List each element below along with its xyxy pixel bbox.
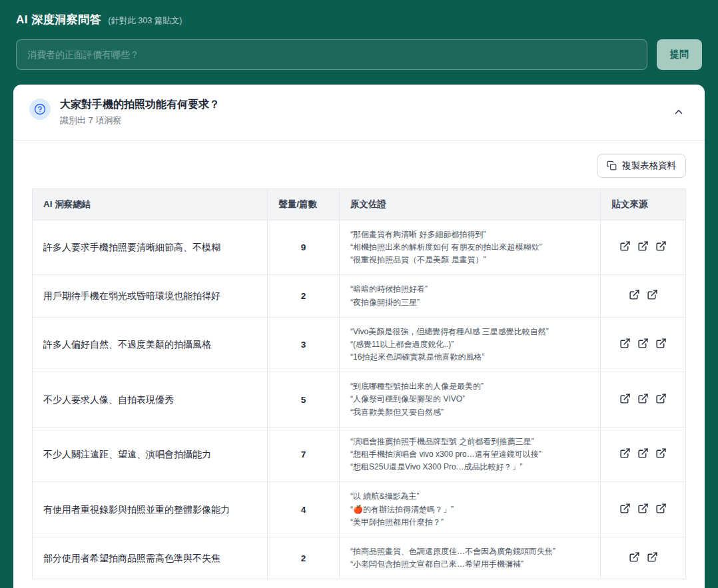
table-row: 不少人要求人像、自拍表現優秀5“到底哪種型號拍出來的人像是最美的”“人像祭司穩到… xyxy=(33,372,686,428)
insight-summary-cell: 部分使用者希望拍商品照需高色準與不失焦 xyxy=(33,537,268,579)
quote-line: “美甲師拍照都用什麼拍？” xyxy=(350,516,589,529)
post-source-link[interactable] xyxy=(619,338,631,349)
copy-row: 複製表格資料 xyxy=(32,154,686,178)
external-link-icon xyxy=(629,289,640,300)
sources-cell xyxy=(601,220,686,275)
volume-cell: 2 xyxy=(268,537,340,579)
copy-icon xyxy=(607,160,617,170)
post-source-link[interactable] xyxy=(655,503,667,514)
table-row: 不少人關注遠距、望遠、演唱會拍攝能力7“演唱會推薦拍照手機品牌型號 之前都看到推… xyxy=(33,427,686,482)
external-link-icon xyxy=(637,393,649,404)
quote-line: “想租手機拍演唱會 vivo x300 pro…還有望遠鏡可以接” xyxy=(350,448,589,461)
sources-cell xyxy=(601,482,686,537)
external-link-icon xyxy=(637,338,649,349)
table-row: 部分使用者希望拍商品照需高色準與不失焦2“拍商品照畫質、色調還原度佳…不會因為廣… xyxy=(33,537,686,579)
question-input[interactable] xyxy=(16,39,647,70)
quote-line: “很重視拍照品質（不是美顏 是畫質）” xyxy=(350,254,589,266)
chevron-up-icon xyxy=(673,106,685,118)
col-header-summary: AI 洞察總結 xyxy=(33,188,268,220)
insight-count-label: 識別出 7 項洞察 xyxy=(60,115,659,127)
sources-cell xyxy=(601,317,686,372)
sources-cell xyxy=(601,427,686,482)
quotes-cell: “拍商品照畫質、色調還原度佳…不會因為廣角鏡頭而失焦”“小老闆包含拍照文宣都自己… xyxy=(340,537,601,579)
external-link-icon xyxy=(619,503,631,514)
sources-cell xyxy=(601,537,686,579)
insight-table: AI 洞察總結 聲量/篇數 原文佐證 貼文來源 許多人要求手機拍照要清晰細節高、… xyxy=(32,188,686,580)
insight-table-head: AI 洞察總結 聲量/篇數 原文佐證 貼文來源 xyxy=(33,188,686,220)
insight-summary-cell: 不少人關注遠距、望遠、演唱會拍攝能力 xyxy=(33,427,268,482)
insight-summary-cell: 用戶期待手機在弱光或昏暗環境也能拍得好 xyxy=(33,275,268,317)
post-source-link[interactable] xyxy=(655,240,667,252)
insight-card-header[interactable]: 大家對手機的拍照功能有何要求？ 識別出 7 項洞察 xyxy=(13,85,705,141)
external-link-icon xyxy=(647,551,658,563)
external-link-icon xyxy=(619,240,631,252)
post-source-link[interactable] xyxy=(655,393,667,404)
sources-cell xyxy=(601,372,686,428)
copy-table-button[interactable]: 複製表格資料 xyxy=(597,154,686,178)
post-source-link[interactable] xyxy=(637,240,649,252)
insight-summary-cell: 有使用者重視錄影與拍照並重的整體影像能力 xyxy=(33,482,268,537)
post-source-link[interactable] xyxy=(655,447,667,459)
quote-line: “拍商品照畫質、色調還原度佳…不會因為廣角鏡頭而失焦” xyxy=(350,545,589,558)
quote-line: “到底哪種型號拍出來的人像是最美的” xyxy=(350,380,589,393)
ask-row: 提問 xyxy=(13,39,705,70)
post-source-link[interactable] xyxy=(647,289,658,300)
insight-question-block: 大家對手機的拍照功能有何要求？ 識別出 7 項洞察 xyxy=(60,98,659,127)
external-link-icon xyxy=(655,338,667,349)
col-header-volume: 聲量/篇數 xyxy=(268,188,340,220)
quotes-cell: “到底哪種型號拍出來的人像是最美的”“人像祭司穩到像架腳架的 VIVO”“我喜歡… xyxy=(340,372,601,428)
quote-line: “想租S25U還是Vivo X300 Pro…成品比較好？」” xyxy=(350,461,589,473)
post-source-link[interactable] xyxy=(629,551,640,563)
external-link-icon xyxy=(637,240,649,252)
insight-summary-cell: 不少人要求人像、自拍表現優秀 xyxy=(33,372,268,428)
post-source-link[interactable] xyxy=(637,447,649,459)
post-source-link[interactable] xyxy=(637,503,649,514)
table-row: 許多人偏好自然、不過度美顏的拍攝風格3“Vivo美顏是很強，但總覺得有種AI感 … xyxy=(33,317,686,372)
page-header: AI 深度洞察問答 (針對此 303 篇貼文) xyxy=(13,12,705,27)
quote-line: “以 續航&攝影為主” xyxy=(350,490,589,503)
volume-cell: 5 xyxy=(268,372,340,428)
post-source-link[interactable] xyxy=(655,338,667,349)
insight-table-body: 許多人要求手機拍照要清晰細節高、不模糊9“那個畫質有夠清晰 好多細節都拍得到”“… xyxy=(33,220,686,579)
insight-card: 大家對手機的拍照功能有何要求？ 識別出 7 項洞察 複製表格資料 xyxy=(13,85,705,588)
external-link-icon xyxy=(637,503,649,514)
post-source-link[interactable] xyxy=(619,393,631,404)
insight-question: 大家對手機的拍照功能有何要求？ xyxy=(60,98,659,112)
table-row: 有使用者重視錄影與拍照並重的整體影像能力4“以 續航&攝影為主”“🍎的有辦法拍得… xyxy=(33,482,686,537)
quotes-cell: “以 續航&攝影為主”“🍎的有辦法拍得清楚嗎？」”“美甲師拍照都用什麼拍？” xyxy=(340,482,601,537)
page: AI 深度洞察問答 (針對此 303 篇貼文) 提問 大家對手機的拍照功能有何要… xyxy=(0,0,718,588)
question-circle-icon xyxy=(29,99,51,120)
collapse-button[interactable] xyxy=(669,102,689,124)
post-source-link[interactable] xyxy=(619,503,631,514)
quote-line: “🍎的有辦法拍得清楚嗎？」” xyxy=(350,503,589,516)
external-link-icon xyxy=(647,289,658,300)
volume-cell: 3 xyxy=(268,317,340,372)
volume-cell: 9 xyxy=(268,220,340,275)
insight-card-body: 複製表格資料 AI 洞察總結 聲量/篇數 原文佐證 貼文來源 xyxy=(13,141,705,588)
quote-line: “Vivo美顏是很強，但總覺得有種AI感 三星感覺比較自然” xyxy=(350,326,589,338)
volume-cell: 4 xyxy=(268,482,340,537)
table-row: 用戶期待手機在弱光或昏暗環境也能拍得好2“暗暗的時候拍照好看”“夜拍像開掛的三星… xyxy=(33,275,686,317)
ask-button[interactable]: 提問 xyxy=(657,39,702,70)
quote-line: “暗暗的時候拍照好看” xyxy=(350,283,589,296)
external-link-icon xyxy=(655,393,667,404)
page-title: AI 深度洞察問答 xyxy=(16,12,101,27)
post-source-link[interactable] xyxy=(619,447,631,459)
post-source-link[interactable] xyxy=(619,240,631,252)
post-source-link[interactable] xyxy=(637,338,649,349)
post-source-link[interactable] xyxy=(647,551,658,563)
post-source-link[interactable] xyxy=(637,393,649,404)
quotes-cell: “Vivo美顏是很強，但總覺得有種AI感 三星感覺比較自然”“(感覺11以上都會… xyxy=(340,317,601,372)
page-subtitle: (針對此 303 篇貼文) xyxy=(108,15,182,27)
insight-summary-cell: 許多人要求手機拍照要清晰細節高、不模糊 xyxy=(33,220,268,275)
sources-cell xyxy=(601,275,686,317)
quote-line: “16拍起來色調確實就是他喜歡的風格” xyxy=(350,351,589,364)
post-source-link[interactable] xyxy=(629,289,640,300)
quotes-cell: “那個畫質有夠清晰 好多細節都拍得到”“相機拍照出來的解析度如何 有朋友的拍出來… xyxy=(340,220,601,275)
quote-line: “夜拍像開掛的三星” xyxy=(350,296,589,309)
quote-line: “(感覺11以上都會過度銳化..)” xyxy=(350,338,589,351)
quote-line: “小老闆包含拍照文宣都自己來…希望用手機彌補” xyxy=(350,558,589,571)
quotes-cell: “暗暗的時候拍照好看”“夜拍像開掛的三星” xyxy=(340,275,601,317)
external-link-icon xyxy=(637,447,649,459)
external-link-icon xyxy=(655,447,667,459)
